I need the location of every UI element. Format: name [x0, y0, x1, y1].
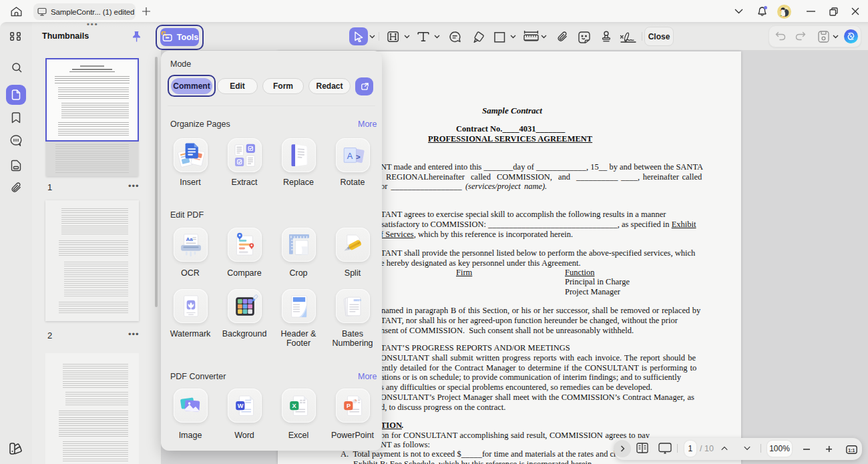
svg-text:>: > [356, 152, 361, 160]
svg-text:P: P [346, 403, 350, 409]
svg-text:1:1: 1:1 [848, 447, 855, 452]
svg-text:000123: 000123 [353, 299, 361, 302]
svg-text:X: X [292, 403, 296, 409]
svg-text:Aa: Aa [186, 236, 193, 242]
svg-text:W: W [237, 403, 243, 409]
svg-text:A: A [347, 151, 353, 160]
